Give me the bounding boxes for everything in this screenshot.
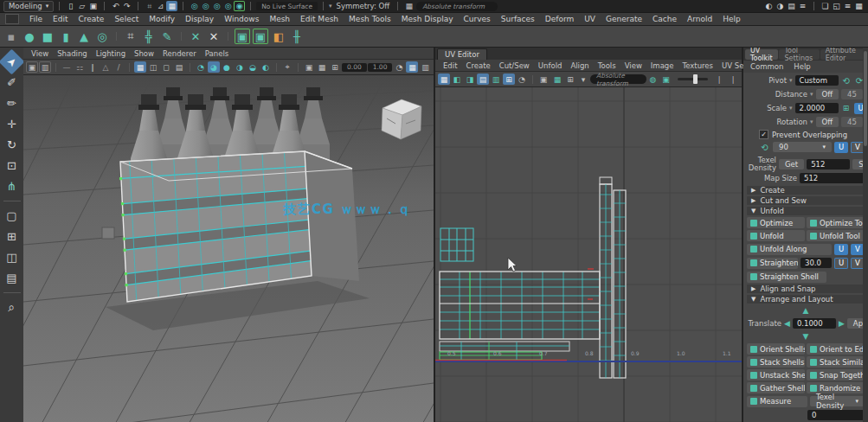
reset-pivot-icon[interactable]: ⟲	[841, 75, 852, 86]
snap-together-button[interactable]: Snap Together	[807, 369, 865, 380]
optimize-tool-button[interactable]: Optimize Tool	[807, 217, 865, 228]
menu-item-create[interactable]: Create	[74, 15, 110, 23]
stack-shells-button[interactable]: Stack Shells	[747, 356, 805, 368]
menu-item-display[interactable]: Display	[180, 15, 219, 23]
unstack-shells-button[interactable]: Unstack Shells	[747, 369, 805, 380]
menu-item-generate[interactable]: Generate	[601, 15, 647, 23]
modeling-toolkit-toggle-icon[interactable]: ❏	[820, 1, 831, 11]
menu-item-edit[interactable]: Edit	[48, 15, 73, 23]
texel-density-dropdown[interactable]: Texel Density▾	[810, 396, 865, 406]
uv-editor-tab[interactable]: UV Editor	[437, 48, 487, 60]
straighten-shell-button[interactable]: Straighten Shell	[747, 272, 826, 283]
save-scene-icon[interactable]: ▣	[87, 1, 99, 11]
gamma-field[interactable]: 1.00	[368, 63, 393, 72]
shadows-icon[interactable]: ◑	[234, 61, 246, 73]
tab-uv-toolkit[interactable]: UV Toolkit	[745, 49, 778, 60]
exposure-field[interactable]: 0.00	[342, 63, 367, 72]
textured-icon[interactable]: ◕	[208, 61, 220, 73]
poly-cone-icon[interactable]: ▲	[76, 29, 92, 44]
menu-item-show[interactable]: Show	[130, 49, 158, 58]
rotation-value-button[interactable]: 45	[841, 117, 863, 127]
channel-box-toggle-icon[interactable]: ▦	[853, 1, 865, 11]
grid-toggle-icon[interactable]: —	[61, 61, 73, 73]
optimize-button[interactable]: Optimize	[747, 217, 805, 228]
section-unfold[interactable]: ▼Unfold	[747, 207, 865, 215]
section-arrange-and-layout[interactable]: ▼Arrange and Layout	[747, 295, 865, 304]
toolkit-scrollbar[interactable]	[863, 48, 868, 422]
last-tool[interactable]: ⋔	[3, 177, 21, 195]
menu-item-align[interactable]: Align	[566, 61, 593, 70]
map-size-field[interactable]: 512	[800, 173, 865, 183]
viewport20-icon[interactable]: ▦	[406, 61, 418, 73]
scale-value-field[interactable]: 2.0000	[795, 103, 839, 113]
gamma-icon[interactable]: ◔	[393, 61, 405, 73]
layout-outliner-icon[interactable]: ▤	[3, 269, 21, 287]
select-object-icon[interactable]: ⊿	[155, 1, 166, 11]
select-tool[interactable]: ➤	[0, 49, 24, 75]
unfold-tool-button[interactable]: Unfold Tool	[807, 230, 865, 241]
straighten-uvs-button[interactable]: Straighten UVs	[747, 258, 798, 269]
menu-item-unfold[interactable]: Unfold	[534, 61, 567, 70]
menu-item-cut-sew[interactable]: Cut/Sew	[495, 61, 534, 70]
move-tool[interactable]: ✛	[3, 115, 21, 133]
field-chart-icon[interactable]: /	[113, 61, 125, 73]
display-layers-icon[interactable]: ≡	[797, 1, 808, 11]
gather-down-arrow[interactable]: ▼	[800, 332, 812, 341]
poly-sphere-icon[interactable]: ●	[22, 29, 37, 44]
open-scene-icon[interactable]: ▱	[76, 1, 87, 11]
angle-dropdown[interactable]: 90▾	[773, 142, 832, 152]
menubar-grip[interactable]	[5, 14, 19, 24]
unfold-along-u-button[interactable]: U	[834, 244, 848, 255]
texture-borders-icon[interactable]: ⊞	[503, 74, 515, 85]
ipr-render-icon[interactable]: ◑	[775, 1, 786, 11]
renderer-menu-icon[interactable]: ▥	[419, 61, 431, 73]
zoom-tool-icon[interactable]: ⌕	[3, 298, 21, 316]
isolate-uv-icon[interactable]: ▦	[551, 74, 563, 85]
distance-value-button[interactable]: 45	[841, 89, 863, 99]
lights-icon[interactable]: ●	[221, 61, 233, 73]
shell-border-icon[interactable]: ◧	[451, 74, 463, 85]
checker-display-icon[interactable]: ▤	[477, 74, 489, 85]
lasso-tool[interactable]: ✐	[3, 74, 21, 92]
menu-item-edit-mesh[interactable]: Edit Mesh	[295, 15, 344, 23]
texel-value-field[interactable]: 512	[807, 159, 850, 169]
menu-item-deform[interactable]: Deform	[540, 15, 579, 23]
paint-select-tool[interactable]: ✏	[3, 94, 21, 112]
translate-value-field[interactable]: 0.1000	[793, 318, 836, 329]
menu-item-image[interactable]: Image	[646, 61, 678, 70]
menu-item-shading[interactable]: Shading	[53, 49, 92, 58]
menu-item-surfaces[interactable]: Surfaces	[496, 15, 540, 23]
tab-tool-settings[interactable]: Tool Settings	[779, 49, 819, 60]
camera-lock-icon[interactable]: ▥	[39, 61, 51, 73]
tab-attribute-editor[interactable]: Attribute Editor	[820, 49, 866, 60]
menu-item-view[interactable]: View	[620, 61, 646, 70]
menu-item-create[interactable]: Create	[461, 61, 494, 70]
attribute-editor-toggle-icon[interactable]: ◱	[831, 1, 842, 11]
delete-edge-icon[interactable]: ✕	[206, 29, 222, 44]
exposure-icon[interactable]: ⊞	[329, 61, 341, 73]
shelf-tab-icon[interactable]: ▪	[3, 29, 19, 44]
use-default-material-icon[interactable]: ◔	[195, 61, 207, 73]
straighten-angle-field[interactable]: 30.0	[800, 258, 832, 268]
menu-item-lighting[interactable]: Lighting	[92, 49, 130, 58]
camera-select-icon[interactable]: ▣	[26, 61, 38, 73]
grid-options-caret[interactable]: ▾	[577, 74, 589, 85]
motion-blur-icon[interactable]: ◐	[260, 61, 272, 73]
exposure-stop-icon[interactable]: ∣	[713, 74, 725, 85]
scale-constraint-icon[interactable]: ⊞	[841, 103, 852, 113]
numeric-input-icon[interactable]: ▦	[403, 1, 415, 11]
sculpt-tool-icon[interactable]: ⌗	[123, 29, 138, 44]
layout-single-pane-icon[interactable]: ▢	[3, 207, 21, 225]
redo-icon[interactable]: ↷	[121, 1, 132, 11]
xray-joints-icon[interactable]: ▦	[316, 61, 328, 73]
quad-draw-icon[interactable]: ✎	[159, 29, 175, 44]
new-scene-icon[interactable]: ▯	[65, 1, 76, 11]
section-cut-and-sew[interactable]: ▶Cut and Sew	[747, 196, 865, 205]
menu-item-uv[interactable]: UV	[579, 15, 601, 23]
snap-point-icon[interactable]: ◎	[211, 1, 222, 11]
wireframe-on-shaded-icon[interactable]: ▦	[134, 61, 146, 73]
uv-transform-entry-field[interactable]: Absolute transform	[590, 74, 646, 84]
menu-item-curves[interactable]: Curves	[459, 15, 496, 23]
distance-mode-button[interactable]: Off	[816, 89, 839, 99]
gather-shells-button[interactable]: Gather Shells	[747, 382, 805, 393]
